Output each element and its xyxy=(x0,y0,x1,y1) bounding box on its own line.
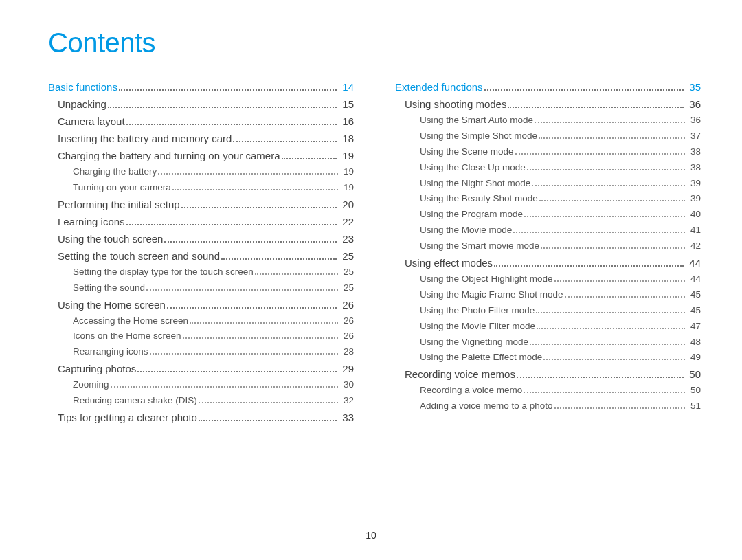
toc-entry-page: 29 xyxy=(339,361,354,376)
dot-leader xyxy=(199,395,338,403)
toc-entry[interactable]: Capturing photos29 xyxy=(48,361,354,376)
toc-entry-page: 49 xyxy=(688,351,701,364)
dot-leader xyxy=(494,258,684,267)
toc-entry-page: 26 xyxy=(339,298,354,312)
toc-entry[interactable]: Using the Movie Filter mode47 xyxy=(395,320,701,333)
toc-entry[interactable]: Using the Night Shot mode39 xyxy=(395,177,701,190)
toc-entry[interactable]: Recording voice memos50 xyxy=(395,367,701,381)
toc-entry-page: 28 xyxy=(341,346,354,359)
toc-entry-page: 37 xyxy=(688,130,701,143)
toc-entry-label: Tips for getting a clearer photo xyxy=(58,410,197,425)
toc-entry-label: Accessing the Home screen xyxy=(73,315,188,328)
toc-entry[interactable]: Using the Vignetting mode48 xyxy=(395,336,701,349)
toc-entry-label: Recording a voice memo xyxy=(420,384,522,397)
toc-entry[interactable]: Using the Simple Shot mode37 xyxy=(395,130,701,143)
toc-entry-page: 30 xyxy=(341,379,354,392)
toc-entry[interactable]: Using the Home screen26 xyxy=(48,298,354,312)
toc-entry[interactable]: Using the Scene mode38 xyxy=(395,146,701,159)
toc-entry-page: 26 xyxy=(341,315,354,328)
toc-entry[interactable]: Using the touch screen23 xyxy=(48,232,354,246)
dot-leader xyxy=(150,346,338,355)
toc-entry[interactable]: Charging the battery and turning on your… xyxy=(48,148,354,163)
toc-entry-label: Using the Smart movie mode xyxy=(420,240,539,253)
toc-entry[interactable]: Using the Magic Frame Shot mode45 xyxy=(395,289,701,302)
toc-entry[interactable]: Camera layout16 xyxy=(48,114,354,128)
dot-leader xyxy=(517,369,684,379)
toc-entry-label: Using the Beauty Shot mode xyxy=(420,192,538,205)
toc-entry[interactable]: Using shooting modes36 xyxy=(395,97,701,111)
toc-entry-label: Setting the sound xyxy=(73,282,145,295)
toc-entry-page: 39 xyxy=(688,177,701,190)
toc-entry[interactable]: Reducing camera shake (DIS)32 xyxy=(48,394,354,407)
toc-entry[interactable]: Turning on your camera19 xyxy=(48,181,354,194)
toc-entry-label: Using the touch screen xyxy=(58,232,163,246)
toc-entry-page: 25 xyxy=(341,282,354,295)
toc-entry[interactable]: Zooming30 xyxy=(48,379,354,392)
toc-entry[interactable]: Accessing the Home screen26 xyxy=(48,315,354,328)
dot-leader xyxy=(539,131,685,139)
toc-entry-page: 38 xyxy=(688,146,701,159)
toc-entry[interactable]: Adding a voice memo to a photo51 xyxy=(395,400,701,413)
toc-entry-label: Reducing camera shake (DIS) xyxy=(73,394,197,407)
toc-entry[interactable]: Using the Palette Effect mode49 xyxy=(395,351,701,364)
toc-column-left: Basic functions14Unpacking15Camera layou… xyxy=(48,80,354,425)
toc-entry[interactable]: Performing the initial setup20 xyxy=(48,197,354,212)
toc-entry-label: Performing the initial setup xyxy=(58,197,180,212)
toc-entry[interactable]: Rearranging icons28 xyxy=(48,346,354,359)
toc-entry[interactable]: Using effect modes44 xyxy=(395,256,701,270)
toc-entry[interactable]: Tips for getting a clearer photo33 xyxy=(48,410,354,425)
toc-entry-page: 25 xyxy=(341,266,354,279)
toc-entry[interactable]: Setting the display type for the touch s… xyxy=(48,266,354,279)
dot-leader xyxy=(183,331,338,339)
toc-entry[interactable]: Inserting the battery and memory card18 xyxy=(48,131,354,146)
toc-entry[interactable]: Learning icons22 xyxy=(48,214,354,229)
dot-leader xyxy=(158,166,338,175)
dot-leader xyxy=(527,162,685,170)
toc-entry[interactable]: Recording a voice memo50 xyxy=(395,384,701,397)
toc-entry-page: 45 xyxy=(688,289,701,302)
page-title: Contents xyxy=(48,27,701,58)
toc-entry[interactable]: Using the Movie mode41 xyxy=(395,224,701,237)
toc-entry[interactable]: Setting the touch screen and sound25 xyxy=(48,249,354,263)
dot-leader xyxy=(146,282,338,291)
toc-entry[interactable]: Charging the battery19 xyxy=(48,166,354,179)
toc-entry-page: 36 xyxy=(686,97,701,111)
toc-entry-label: Using the Smart Auto mode xyxy=(420,114,533,127)
dot-leader xyxy=(181,199,337,208)
toc-entry-label: Using the Magic Frame Shot mode xyxy=(420,289,563,302)
toc-entry-label: Basic functions xyxy=(48,80,117,94)
toc-entry[interactable]: Setting the sound25 xyxy=(48,282,354,295)
toc-entry[interactable]: Icons on the Home screen26 xyxy=(48,330,354,343)
toc-entry-label: Charging the battery and turning on your… xyxy=(58,148,280,163)
toc-entry[interactable]: Using the Beauty Shot mode39 xyxy=(395,192,701,205)
toc-entry-page: 14 xyxy=(339,80,354,94)
toc-entry-label: Camera layout xyxy=(58,114,125,128)
toc-entry[interactable]: Using the Object Highlight mode44 xyxy=(395,273,701,286)
toc-entry[interactable]: Basic functions14 xyxy=(48,80,354,94)
toc-column-right: Extended functions35Using shooting modes… xyxy=(395,80,701,425)
toc-entry[interactable]: Using the Smart movie mode42 xyxy=(395,240,701,253)
toc-columns: Basic functions14Unpacking15Camera layou… xyxy=(48,80,701,425)
toc-entry-page: 25 xyxy=(339,249,354,263)
dot-leader xyxy=(541,240,685,249)
toc-entry-page: 40 xyxy=(688,208,701,221)
dot-leader xyxy=(221,250,337,260)
dot-leader xyxy=(164,233,337,243)
toc-entry-page: 16 xyxy=(339,114,354,128)
toc-entry-page: 26 xyxy=(341,330,354,343)
toc-entry-label: Learning icons xyxy=(58,214,125,229)
dot-leader xyxy=(484,82,684,91)
toc-entry[interactable]: Using the Smart Auto mode36 xyxy=(395,114,701,127)
toc-entry-label: Using the Simple Shot mode xyxy=(420,130,537,143)
toc-entry[interactable]: Unpacking15 xyxy=(48,97,354,111)
page-number: 10 xyxy=(0,530,742,541)
dot-leader xyxy=(524,385,685,393)
toc-entry-label: Using the Program mode xyxy=(420,208,523,221)
toc-entry-page: 22 xyxy=(339,214,354,229)
toc-entry[interactable]: Extended functions35 xyxy=(395,80,701,94)
toc-entry[interactable]: Using the Program mode40 xyxy=(395,208,701,221)
toc-entry-label: Inserting the battery and memory card xyxy=(58,131,232,146)
toc-entry[interactable]: Using the Close Up mode38 xyxy=(395,161,701,175)
toc-entry[interactable]: Using the Photo Filter mode45 xyxy=(395,304,701,317)
dot-leader xyxy=(199,412,337,422)
